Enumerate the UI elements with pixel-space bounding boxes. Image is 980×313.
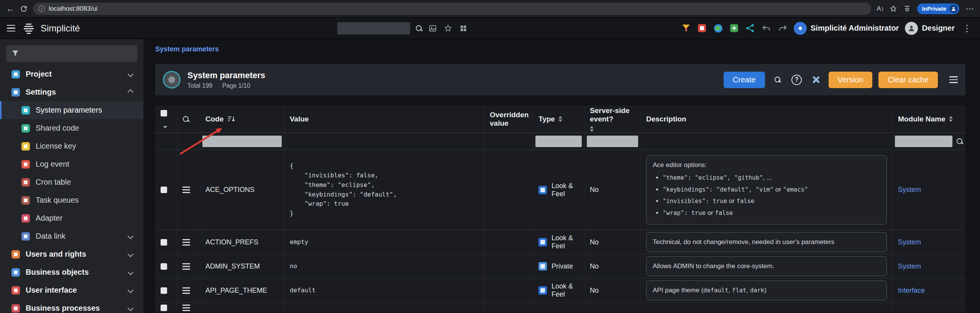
sidebar-item-task-queues[interactable]: Task queues bbox=[0, 191, 143, 209]
module-link[interactable]: Interface bbox=[898, 287, 925, 295]
inprivate-label: InPrivate bbox=[922, 5, 946, 12]
sidebar-item-data-link[interactable]: Data link bbox=[0, 227, 143, 245]
sidebar-item-project[interactable]: Project bbox=[0, 65, 143, 83]
close-x-button[interactable] bbox=[809, 73, 822, 86]
read-aloud-icon[interactable]: A) bbox=[877, 5, 883, 12]
filter-type-input[interactable] bbox=[535, 136, 582, 147]
header-kebab-icon[interactable]: ⋮ bbox=[961, 23, 973, 34]
browser-menu-icon[interactable]: ⋯ bbox=[965, 5, 974, 13]
module-link[interactable]: System bbox=[898, 262, 921, 270]
sidebar-filter[interactable] bbox=[6, 45, 137, 62]
inprivate-badge[interactable]: InPrivate bbox=[917, 3, 959, 14]
column-header-code[interactable]: Code bbox=[200, 105, 284, 133]
sidebar-item-user-interface[interactable]: User interface bbox=[0, 281, 143, 299]
search-button[interactable] bbox=[771, 73, 784, 86]
chevron-up-icon bbox=[128, 89, 134, 95]
param-code: ACE_OPTIONS bbox=[205, 186, 254, 194]
param-overridden-value bbox=[484, 150, 533, 230]
breadcrumb[interactable]: System parameters bbox=[155, 45, 219, 53]
undo-icon[interactable] bbox=[762, 23, 772, 33]
apply-filter-search-icon[interactable] bbox=[956, 138, 963, 145]
filter-funnel-icon[interactable] bbox=[681, 23, 691, 33]
table-row bbox=[155, 303, 965, 313]
app-red-icon[interactable] bbox=[697, 23, 707, 33]
version-button[interactable]: Version bbox=[829, 72, 873, 88]
row-checkbox[interactable] bbox=[161, 239, 167, 246]
table-search-icon[interactable] bbox=[182, 116, 189, 123]
param-description: Technical, do not change/remove, needed … bbox=[646, 232, 887, 252]
module-link[interactable]: System bbox=[898, 238, 921, 246]
row-checkbox[interactable] bbox=[161, 263, 167, 270]
sidebar-item-log-event[interactable]: Log event bbox=[0, 155, 143, 173]
admin-avatar bbox=[794, 22, 807, 35]
sidebar-item-settings[interactable]: Settings bbox=[0, 83, 143, 101]
designer-chip[interactable]: Designer bbox=[905, 22, 955, 35]
star-icon[interactable] bbox=[443, 23, 453, 33]
favorites-bar-icon[interactable] bbox=[903, 5, 911, 13]
main-area: System parameters System parameters Tota… bbox=[144, 39, 980, 313]
row-checkbox[interactable] bbox=[161, 305, 167, 311]
redo-icon[interactable] bbox=[778, 23, 788, 33]
sidebar-item-label: Shared code bbox=[36, 124, 79, 133]
row-checkbox[interactable] bbox=[161, 187, 167, 193]
back-button[interactable]: ← bbox=[6, 5, 15, 13]
sidebar-item-shared-code[interactable]: Shared code bbox=[0, 119, 143, 137]
header-search-input[interactable] bbox=[337, 22, 410, 34]
row-menu-icon[interactable] bbox=[182, 187, 190, 193]
row-menu-icon[interactable] bbox=[182, 263, 190, 270]
select-dropdown-caret[interactable] bbox=[163, 126, 167, 128]
chevron-down-icon bbox=[128, 251, 134, 257]
image-icon[interactable] bbox=[428, 23, 438, 33]
row-menu-icon[interactable] bbox=[182, 305, 190, 311]
column-header-type[interactable]: Type bbox=[533, 105, 584, 133]
select-all-checkbox[interactable] bbox=[161, 110, 167, 116]
sidebar-item-adapter[interactable]: Adapter bbox=[0, 209, 143, 227]
sidebar-item-business-processes[interactable]: Business processes bbox=[0, 299, 143, 313]
param-server-side: No bbox=[590, 186, 599, 194]
sidebar-item-cron-table[interactable]: Cron table bbox=[0, 173, 143, 191]
param-type: Private bbox=[552, 262, 573, 270]
refresh-button[interactable] bbox=[20, 5, 28, 13]
user-interface-icon bbox=[11, 286, 20, 295]
grid-icon[interactable] bbox=[458, 23, 468, 33]
row-menu-icon[interactable] bbox=[182, 239, 190, 246]
create-button[interactable]: Create bbox=[724, 72, 765, 88]
sidebar-item-users-and-rights[interactable]: Users and rights bbox=[0, 245, 143, 263]
clear-cache-button[interactable]: Clear cache bbox=[878, 72, 938, 88]
help-button[interactable]: ? bbox=[790, 73, 803, 86]
filter-icon bbox=[11, 50, 19, 57]
sidebar-item-label: Data link bbox=[36, 232, 66, 241]
sidebar-nav: ProjectSettingsSystem parametersShared c… bbox=[0, 65, 143, 313]
sidebar-item-system-parameters[interactable]: System parameters bbox=[0, 101, 143, 119]
business-objects-icon bbox=[11, 268, 20, 277]
app-menu-icon[interactable] bbox=[7, 25, 15, 32]
row-menu-icon[interactable] bbox=[182, 287, 190, 294]
star-glyph-icon bbox=[444, 24, 452, 33]
favorite-star-icon[interactable] bbox=[890, 5, 897, 13]
param-value: no bbox=[290, 262, 297, 271]
column-header-server-side[interactable]: Server-side event? bbox=[584, 105, 641, 133]
sort-icon bbox=[558, 116, 562, 122]
filter-server-side-input[interactable] bbox=[587, 136, 638, 147]
look-feel-icon bbox=[538, 286, 547, 295]
share-icon[interactable] bbox=[745, 23, 755, 33]
chevron-down-icon bbox=[128, 305, 134, 311]
sidebar-item-business-objects[interactable]: Business objects bbox=[0, 263, 143, 281]
url-bar[interactable]: i localhost:8083/ui bbox=[33, 3, 871, 15]
sidebar-item-license-key[interactable]: License key bbox=[0, 137, 143, 155]
row-checkbox[interactable] bbox=[161, 287, 167, 294]
search-icon[interactable] bbox=[415, 25, 422, 32]
designer-name: Designer bbox=[922, 24, 955, 33]
param-overridden-value bbox=[484, 230, 533, 254]
sidebar-item-label: User interface bbox=[26, 286, 77, 295]
refresh-icon bbox=[20, 5, 28, 13]
admin-user-chip[interactable]: Simplicité Administrator bbox=[794, 22, 899, 35]
module-link[interactable]: System bbox=[898, 186, 921, 194]
column-header-module[interactable]: Module Name bbox=[893, 105, 965, 133]
filter-code-input[interactable] bbox=[202, 136, 282, 147]
filter-module-input[interactable] bbox=[895, 136, 952, 147]
system-parameters-object-icon bbox=[163, 71, 181, 88]
app-green-icon[interactable] bbox=[729, 23, 739, 33]
globe-icon[interactable] bbox=[713, 23, 723, 33]
panel-menu-icon[interactable] bbox=[949, 76, 958, 83]
